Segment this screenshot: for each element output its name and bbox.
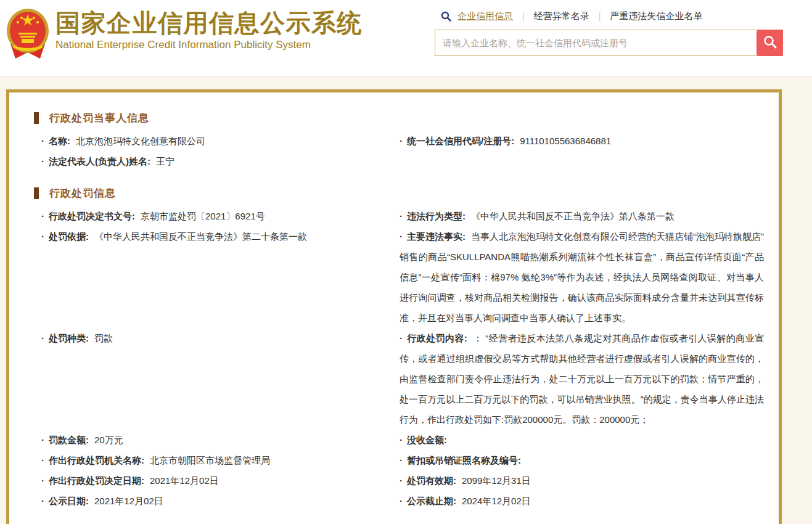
field-cell: 处罚依据:《中华人民共和国反不正当竞争法》第二十条第一款 bbox=[41, 226, 400, 247]
field-value: 2024年12月02日 bbox=[462, 496, 531, 506]
field-row: 公示日期:2021年12月02日公示截止期:2024年12月02日 bbox=[41, 491, 768, 511]
field-cell: 统一社会信用代码/注册号:911101055636846881 bbox=[400, 131, 768, 151]
search-button[interactable] bbox=[757, 30, 783, 56]
field-value: 当事人北京泡泡玛特文化创意有限公司经营的天猫店铺“泡泡玛特旗舰店”销售的商品“S… bbox=[400, 231, 764, 323]
field-value: 911101055636846881 bbox=[520, 136, 611, 146]
field-label: 作出行政处罚机关名称: bbox=[41, 455, 144, 465]
nav-link-3[interactable]: 严重违法失信企业名单 bbox=[610, 10, 702, 21]
search-button-icon bbox=[763, 35, 777, 51]
header-right: 企业信用信息|经营异常名录|严重违法失信企业名单 bbox=[435, 4, 783, 76]
field-label: 行政处罚内容: bbox=[400, 333, 467, 343]
field-cell: 处罚种类:罚款 bbox=[41, 328, 400, 348]
site-header: 国家企业信用信息公示系统 National Enterprise Credit … bbox=[0, 0, 812, 77]
field-value: 20万元 bbox=[94, 435, 123, 445]
search-input[interactable] bbox=[435, 30, 757, 55]
brand-block: 国家企业信用信息公示系统 National Enterprise Credit … bbox=[5, 4, 363, 76]
field-cell: 主要违法事实:当事人北京泡泡玛特文化创意有限公司经营的天猫店铺“泡泡玛特旗舰店”… bbox=[400, 226, 768, 328]
field-cell: 公示日期:2021年12月02日 bbox=[41, 491, 400, 511]
field-cell: 公示截止期:2024年12月02日 bbox=[400, 491, 768, 511]
field-row: 行政处罚决定书文号:京朝市监处罚〔2021〕6921号违法行为类型:《中华人民共… bbox=[41, 206, 768, 226]
info-section: 行政处罚信息行政处罚决定书文号:京朝市监处罚〔2021〕6921号违法行为类型:… bbox=[29, 186, 768, 511]
field-row: 作出行政处罚机关名称:北京市朝阳区市场监督管理局暂扣或吊销证照名称及编号: bbox=[41, 450, 768, 470]
info-section: 行政处罚当事人信息名称:北京泡泡玛特文化创意有限公司统一社会信用代码/注册号:9… bbox=[29, 111, 768, 171]
field-label: 违法行为类型: bbox=[400, 211, 465, 221]
field-value: 北京市朝阳区市场监督管理局 bbox=[150, 455, 270, 465]
field-label: 处罚种类: bbox=[41, 333, 89, 343]
field-value: 京朝市监处罚〔2021〕6921号 bbox=[141, 211, 265, 221]
field-label: 暂扣或吊销证照名称及编号: bbox=[400, 455, 521, 465]
field-row: 名称:北京泡泡玛特文化创意有限公司统一社会信用代码/注册号:9111010556… bbox=[41, 131, 768, 151]
field-label: 处罚依据: bbox=[41, 231, 89, 242]
field-value: 《中华人民共和国反不正当竞争法》第二十条第一款 bbox=[94, 231, 307, 242]
field-value: 北京泡泡玛特文化创意有限公司 bbox=[76, 136, 205, 146]
field-cell: 处罚有效期:2099年12月31日 bbox=[400, 470, 768, 491]
field-cell: 罚款金额:20万元 bbox=[41, 430, 400, 450]
field-cell: 暂扣或吊销证照名称及编号: bbox=[400, 450, 768, 470]
field-cell: 作出行政处罚决定日期:2021年12月02日 bbox=[41, 470, 400, 491]
field-label: 公示日期: bbox=[41, 496, 89, 506]
header-nav-links: 企业信用信息|经营异常名录|严重违法失信企业名单 bbox=[457, 10, 702, 22]
field-cell: 法定代表人(负责人)姓名:王宁 bbox=[41, 151, 400, 171]
content-panel: 行政处罚当事人信息名称:北京泡泡玛特文化创意有限公司统一社会信用代码/注册号:9… bbox=[6, 89, 782, 524]
field-cell: 名称:北京泡泡玛特文化创意有限公司 bbox=[41, 131, 400, 151]
title-block: 国家企业信用信息公示系统 National Enterprise Credit … bbox=[55, 4, 363, 76]
field-row: 处罚种类:罚款行政处罚内容:： “经营者违反本法第八条规定对其商品作虚假或者引人… bbox=[41, 328, 768, 430]
nav-link-1[interactable]: 企业信用信息 bbox=[457, 10, 513, 21]
field-label: 主要违法事实: bbox=[400, 231, 465, 242]
site-title: 国家企业信用信息公示系统 bbox=[55, 9, 363, 37]
field-value: 罚款 bbox=[94, 333, 113, 343]
nav-link-2[interactable]: 经营异常名录 bbox=[534, 10, 589, 21]
field-label: 没收金额: bbox=[400, 435, 447, 445]
nav-separator: | bbox=[522, 11, 525, 21]
national-emblem-icon bbox=[5, 6, 51, 60]
field-label: 法定代表人(负责人)姓名: bbox=[41, 156, 150, 166]
field-label: 罚款金额: bbox=[41, 435, 89, 445]
field-row: 法定代表人(负责人)姓名:王宁 bbox=[41, 151, 768, 171]
field-label: 行政处罚决定书文号: bbox=[41, 211, 135, 221]
field-row: 作出行政处罚决定日期:2021年12月02日处罚有效期:2099年12月31日 bbox=[41, 470, 768, 491]
field-label: 处罚有效期: bbox=[400, 475, 456, 486]
field-value: 2099年12月31日 bbox=[462, 475, 531, 486]
field-cell: 行政处罚决定书文号:京朝市监处罚〔2021〕6921号 bbox=[41, 206, 400, 226]
field-label: 公示截止期: bbox=[400, 496, 456, 506]
page-main: 行政处罚当事人信息名称:北京泡泡玛特文化创意有限公司统一社会信用代码/注册号:9… bbox=[0, 77, 812, 524]
field-label: 作出行政处罚决定日期: bbox=[41, 475, 144, 486]
field-cell: 违法行为类型:《中华人民共和国反不正当竞争法》第八条第一款 bbox=[400, 206, 768, 226]
field-row: 罚款金额:20万元没收金额: bbox=[41, 430, 768, 450]
section-title: 行政处罚当事人信息 bbox=[34, 111, 768, 125]
field-cell: 没收金额: bbox=[400, 430, 768, 450]
site-subtitle: National Enterprise Credit Information P… bbox=[55, 39, 363, 51]
field-value: 《中华人民共和国反不正当竞争法》第八条第一款 bbox=[471, 211, 675, 221]
field-value: 王宁 bbox=[156, 156, 174, 166]
field-value: 2021年12月02日 bbox=[94, 496, 163, 506]
section-grid: 名称:北京泡泡玛特文化创意有限公司统一社会信用代码/注册号:9111010556… bbox=[41, 131, 768, 171]
nav-separator: | bbox=[599, 11, 601, 21]
field-cell: 作出行政处罚机关名称:北京市朝阳区市场监督管理局 bbox=[41, 450, 400, 470]
section-title: 行政处罚信息 bbox=[34, 186, 768, 200]
field-value: 2021年12月02日 bbox=[150, 475, 219, 486]
field-label: 统一社会信用代码/注册号: bbox=[400, 136, 514, 146]
search-bar bbox=[435, 30, 783, 56]
field-label: 名称: bbox=[41, 136, 70, 146]
field-cell: 行政处罚内容:： “经营者违反本法第八条规定对其商品作虚假或者引人误解的商业宣传… bbox=[400, 328, 768, 430]
field-value: ： “经营者违反本法第八条规定对其商品作虚假或者引人误解的商业宣传，或者通过组织… bbox=[400, 333, 764, 425]
search-icon bbox=[441, 11, 451, 22]
field-row: 处罚依据:《中华人民共和国反不正当竞争法》第二十条第一款主要违法事实:当事人北京… bbox=[41, 226, 768, 328]
section-grid: 行政处罚决定书文号:京朝市监处罚〔2021〕6921号违法行为类型:《中华人民共… bbox=[41, 206, 768, 511]
header-nav: 企业信用信息|经营异常名录|严重违法失信企业名单 bbox=[435, 9, 783, 23]
